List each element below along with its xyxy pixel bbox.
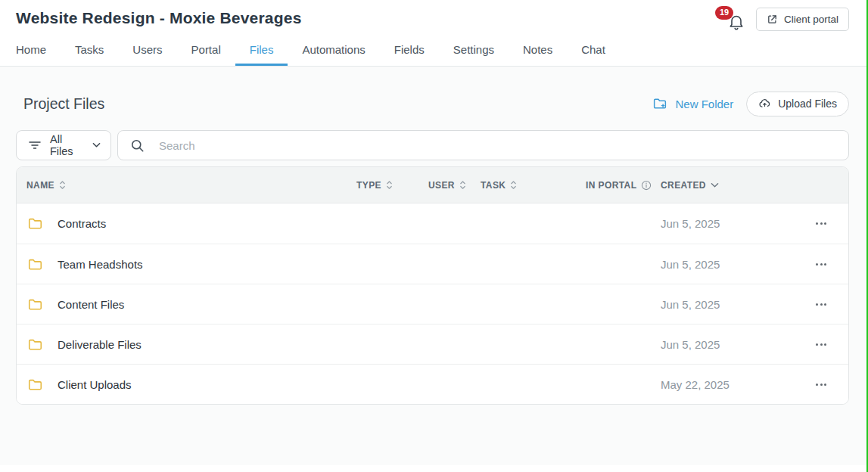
tab-users[interactable]: Users: [118, 34, 176, 66]
folder-name: Contracts: [58, 217, 106, 230]
folder-name-cell[interactable]: Client Uploads: [26, 377, 356, 392]
external-link-icon: [767, 14, 778, 25]
tab-tasks[interactable]: Tasks: [61, 34, 118, 66]
folder-icon: [27, 337, 43, 352]
folder-name-cell[interactable]: Contracts: [26, 216, 356, 231]
files-content-area: Project Files New Folder: [0, 67, 868, 465]
table-row[interactable]: Deliverable Files Jun 5, 2025: [17, 324, 848, 364]
tab-notes[interactable]: Notes: [509, 34, 567, 66]
files-table-header: NAME TYPE USER TASK: [17, 167, 848, 203]
tab-automations[interactable]: Automations: [288, 34, 379, 66]
upload-files-button[interactable]: Upload Files: [746, 92, 849, 116]
folder-icon: [27, 216, 43, 231]
notifications-button[interactable]: 19: [726, 8, 747, 31]
tab-portal[interactable]: Portal: [177, 34, 235, 66]
tab-files[interactable]: Files: [235, 34, 288, 66]
sort-icon: [459, 180, 466, 190]
column-header-created[interactable]: CREATED: [661, 180, 806, 191]
page-title: Project Files: [23, 95, 104, 113]
client-portal-button[interactable]: Client portal: [756, 8, 849, 31]
column-header-name[interactable]: NAME: [26, 180, 356, 191]
ellipsis-icon: [816, 222, 818, 225]
row-menu-button[interactable]: [806, 244, 836, 284]
column-header-in-portal[interactable]: IN PORTAL: [586, 180, 661, 191]
table-row[interactable]: Client Uploads May 22, 2025: [17, 364, 848, 404]
file-filter-label: All Files: [50, 133, 83, 157]
folder-name-cell[interactable]: Content Files: [26, 297, 356, 312]
column-header-task[interactable]: TASK: [481, 180, 586, 191]
table-row[interactable]: Contracts Jun 5, 2025: [17, 203, 848, 244]
project-title: Website Redesign - Moxie Beverages: [16, 9, 302, 27]
new-folder-label: New Folder: [675, 98, 733, 110]
table-row[interactable]: Team Headshots Jun 5, 2025: [17, 244, 848, 284]
filter-icon: [29, 141, 41, 150]
tab-settings[interactable]: Settings: [439, 34, 509, 66]
folder-plus-icon: [652, 97, 667, 110]
new-folder-button[interactable]: New Folder: [652, 97, 733, 110]
files-toolbar-actions: New Folder Upload Files: [652, 92, 849, 116]
search-box: [117, 130, 849, 160]
sort-icon: [510, 180, 517, 190]
tab-home[interactable]: Home: [2, 34, 61, 66]
folder-name-cell[interactable]: Deliverable Files: [26, 337, 356, 352]
ellipsis-icon: [816, 384, 818, 386]
ellipsis-icon: [816, 343, 818, 346]
header-actions: 19 Client portal: [726, 8, 849, 31]
created-cell: Jun 5, 2025: [661, 338, 806, 351]
folder-icon: [27, 377, 43, 392]
tab-fields[interactable]: Fields: [380, 34, 439, 66]
chevron-down-icon: [92, 142, 101, 148]
table-row[interactable]: Content Files Jun 5, 2025: [17, 284, 848, 324]
file-filter-dropdown[interactable]: All Files: [16, 130, 111, 160]
folder-name: Team Headshots: [58, 258, 143, 271]
top-header: Website Redesign - Moxie Beverages 19 Cl…: [0, 0, 868, 31]
ellipsis-icon: [816, 263, 818, 266]
tab-chat[interactable]: Chat: [567, 34, 620, 66]
row-menu-button[interactable]: [806, 203, 836, 244]
folder-icon: [27, 257, 43, 272]
sort-icon: [386, 180, 393, 190]
folder-name: Client Uploads: [58, 378, 132, 391]
sort-icon: [59, 180, 66, 190]
files-toolbar: Project Files New Folder: [0, 89, 868, 118]
row-menu-button[interactable]: [806, 324, 836, 364]
column-header-user[interactable]: USER: [428, 180, 481, 191]
project-tabbar: Home Tasks Users Portal Files Automation…: [0, 34, 868, 67]
search-input[interactable]: [157, 138, 836, 153]
created-cell: Jun 5, 2025: [661, 217, 806, 230]
filter-row: All Files: [16, 130, 849, 160]
ellipsis-icon: [816, 303, 818, 306]
client-portal-label: Client portal: [784, 14, 838, 25]
search-icon: [130, 138, 145, 153]
folder-icon: [27, 297, 43, 312]
column-header-type[interactable]: TYPE: [356, 180, 428, 191]
created-cell: Jun 5, 2025: [661, 258, 806, 271]
upload-files-label: Upload Files: [778, 98, 837, 110]
cloud-upload-icon: [758, 98, 771, 109]
folder-name: Deliverable Files: [58, 338, 142, 351]
row-menu-button[interactable]: [806, 284, 836, 324]
folder-name: Content Files: [58, 298, 124, 311]
files-table: NAME TYPE USER TASK: [16, 166, 849, 405]
info-icon: [641, 180, 652, 191]
sort-desc-icon: [711, 182, 719, 188]
created-cell: Jun 5, 2025: [661, 298, 806, 311]
created-cell: May 22, 2025: [661, 378, 806, 391]
folder-name-cell[interactable]: Team Headshots: [26, 257, 356, 272]
row-menu-button[interactable]: [806, 365, 836, 404]
